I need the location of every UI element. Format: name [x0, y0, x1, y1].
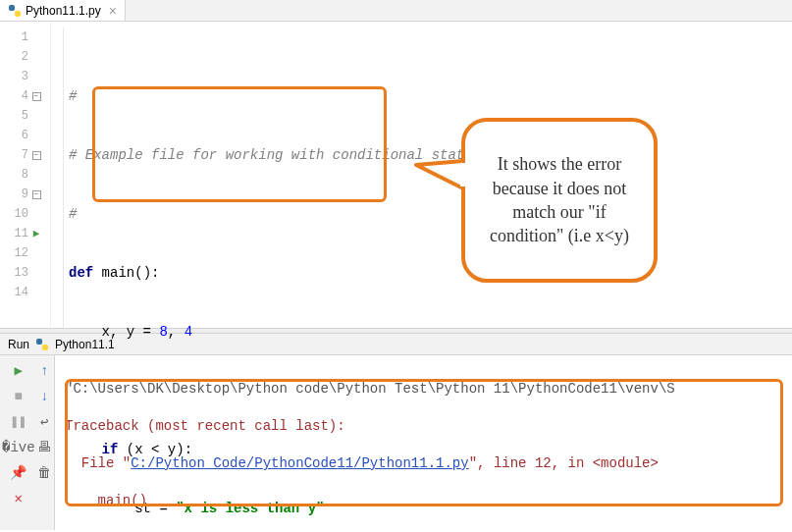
close-icon[interactable]: ×: [109, 3, 117, 19]
exit-button[interactable]: �ive: [2, 436, 35, 459]
stop-button[interactable]: ■: [2, 385, 35, 408]
code-editor[interactable]: 1 2 3 4− 5 6 7− 8 9− 10 11▶ 12 13 14 # #…: [0, 22, 792, 328]
python-file-icon: [35, 338, 49, 351]
file-tab[interactable]: Python11.1.py ×: [0, 0, 126, 21]
editor-tab-bar: Python11.1.py ×: [0, 0, 792, 22]
python-file-icon: [8, 4, 22, 18]
console-output[interactable]: "C:\Users\DK\Desktop\Python code\Python …: [55, 355, 792, 530]
run-label: Run: [8, 338, 29, 351]
pin-button[interactable]: 📌: [2, 461, 35, 485]
callout-text: It shows the error because it does not m…: [477, 152, 642, 247]
rerun-button[interactable]: ▶: [2, 359, 35, 383]
fold-icon[interactable]: −: [32, 151, 41, 160]
tab-filename: Python11.1.py: [26, 4, 101, 18]
traceback-header: Traceback (most recent call last):: [65, 417, 782, 436]
run-gutter-icon[interactable]: ▶: [33, 224, 40, 243]
scroll-up-button[interactable]: ↑: [37, 359, 52, 383]
svg-rect-3: [42, 345, 48, 350]
svg-rect-0: [9, 5, 15, 11]
run-toolbar: ▶ ↑ ■ ↓ ❚❚ ↩ �ive 🖶 📌 🗑 ✕: [0, 355, 55, 530]
spacer: [37, 487, 52, 510]
traceback-frame: File "C:/Python Code/PythonCode11/Python…: [65, 454, 782, 473]
traceback-call: main(): [65, 492, 782, 510]
gutter: 1 2 3 4− 5 6 7− 8 9− 10 11▶ 12 13 14: [0, 22, 51, 328]
traceback-frame: File "C:/Python Code/PythonCode11/Python…: [65, 529, 782, 530]
run-panel: ▶ ↑ ■ ↓ ❚❚ ↩ �ive 🖶 📌 🗑 ✕ "C:\Users\DK\D…: [0, 355, 792, 530]
pause-button[interactable]: ❚❚: [2, 410, 35, 434]
scroll-down-button[interactable]: ↓: [37, 385, 52, 408]
fold-icon[interactable]: −: [32, 92, 41, 101]
interpreter-path: "C:\Users\DK\Desktop\Python code\Python …: [65, 380, 782, 399]
clear-button[interactable]: 🗑: [37, 461, 52, 485]
print-button[interactable]: 🖶: [37, 436, 52, 459]
soft-wrap-button[interactable]: ↩: [37, 410, 52, 434]
fold-end-icon[interactable]: −: [32, 190, 41, 199]
svg-rect-2: [36, 339, 42, 345]
close-run-button[interactable]: ✕: [2, 487, 35, 510]
svg-rect-1: [15, 11, 21, 17]
traceback-link[interactable]: C:/Python Code/PythonCode11/Python11.1.p…: [131, 455, 468, 471]
annotation-callout: It shows the error because it does not m…: [461, 118, 658, 283]
